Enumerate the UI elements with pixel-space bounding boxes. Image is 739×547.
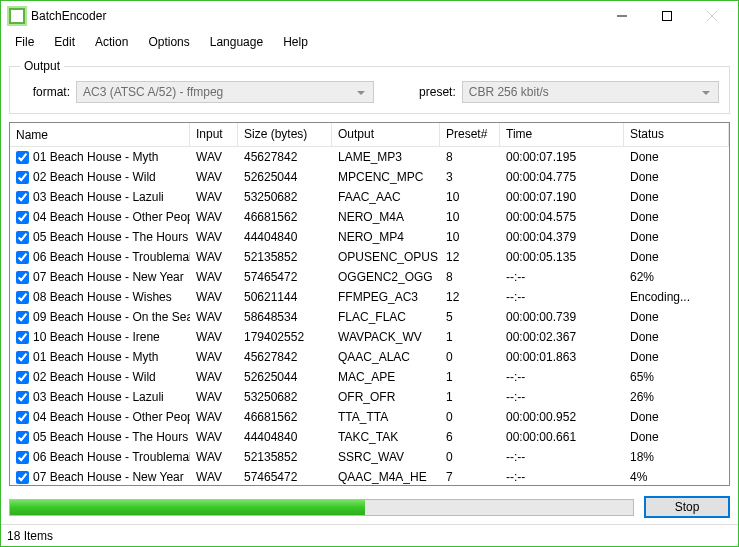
row-checkbox[interactable] xyxy=(16,151,29,164)
col-output[interactable]: Output xyxy=(332,123,440,146)
row-preset: 0 xyxy=(440,350,500,364)
menu-options[interactable]: Options xyxy=(138,33,199,51)
menu-help[interactable]: Help xyxy=(273,33,318,51)
row-preset: 3 xyxy=(440,170,500,184)
preset-combo[interactable]: CBR 256 kbit/s xyxy=(462,81,719,103)
row-output: TAKC_TAK xyxy=(332,430,440,444)
row-checkbox[interactable] xyxy=(16,171,29,184)
row-input: WAV xyxy=(190,350,238,364)
row-preset: 7 xyxy=(440,470,500,484)
row-preset: 1 xyxy=(440,370,500,384)
row-checkbox[interactable] xyxy=(16,271,29,284)
row-output: OPUSENC_OPUS xyxy=(332,250,440,264)
col-time[interactable]: Time xyxy=(500,123,624,146)
row-input: WAV xyxy=(190,170,238,184)
row-name: 01 Beach House - Myth xyxy=(33,150,158,164)
table-row[interactable]: 06 Beach House - TroublemakerWAV52135852… xyxy=(10,447,729,467)
row-status: Done xyxy=(624,250,729,264)
row-checkbox[interactable] xyxy=(16,411,29,424)
row-time: 00:00:07.195 xyxy=(500,150,624,164)
row-checkbox[interactable] xyxy=(16,431,29,444)
table-row[interactable]: 10 Beach House - IreneWAV179402552WAVPAC… xyxy=(10,327,729,347)
table-row[interactable]: 06 Beach House - TroublemakerWAV52135852… xyxy=(10,247,729,267)
row-size: 44404840 xyxy=(238,430,332,444)
row-status: Encoding... xyxy=(624,290,729,304)
minimize-button[interactable] xyxy=(599,2,644,30)
bottom-bar: Stop xyxy=(9,486,730,524)
maximize-button[interactable] xyxy=(644,2,689,30)
row-time: 00:00:00.661 xyxy=(500,430,624,444)
stop-button[interactable]: Stop xyxy=(644,496,730,518)
col-status[interactable]: Status xyxy=(624,123,729,146)
row-input: WAV xyxy=(190,250,238,264)
format-value: AC3 (ATSC A/52) - ffmpeg xyxy=(83,85,223,99)
row-checkbox[interactable] xyxy=(16,311,29,324)
col-size[interactable]: Size (bytes) xyxy=(238,123,332,146)
row-output: QAAC_M4A_HE xyxy=(332,470,440,484)
col-name[interactable]: Name xyxy=(10,123,190,146)
table-row[interactable]: 07 Beach House - New YearWAV57465472QAAC… xyxy=(10,467,729,485)
menu-edit[interactable]: Edit xyxy=(44,33,85,51)
menu-action[interactable]: Action xyxy=(85,33,138,51)
menu-language[interactable]: Language xyxy=(200,33,273,51)
table-row[interactable]: 04 Beach House - Other PeopleWAV46681562… xyxy=(10,207,729,227)
row-checkbox[interactable] xyxy=(16,211,29,224)
row-time: --:-- xyxy=(500,470,624,484)
row-preset: 0 xyxy=(440,410,500,424)
table-row[interactable]: 02 Beach House - WildWAV52625044MAC_APE1… xyxy=(10,367,729,387)
row-output: FFMPEG_AC3 xyxy=(332,290,440,304)
close-button xyxy=(689,2,734,30)
row-checkbox[interactable] xyxy=(16,331,29,344)
menu-file[interactable]: File xyxy=(5,33,44,51)
table-row[interactable]: 01 Beach House - MythWAV45627842LAME_MP3… xyxy=(10,147,729,167)
table-row[interactable]: 03 Beach House - LazuliWAV53250682OFR_OF… xyxy=(10,387,729,407)
row-output: WAVPACK_WV xyxy=(332,330,440,344)
row-checkbox[interactable] xyxy=(16,371,29,384)
row-time: 00:00:04.575 xyxy=(500,210,624,224)
row-checkbox[interactable] xyxy=(16,391,29,404)
table-header: Name Input Size (bytes) Output Preset# T… xyxy=(10,123,729,147)
row-time: 00:00:05.135 xyxy=(500,250,624,264)
output-row: format: AC3 (ATSC A/52) - ffmpeg preset:… xyxy=(20,81,719,103)
output-legend: Output xyxy=(20,59,64,73)
row-checkbox[interactable] xyxy=(16,191,29,204)
col-input[interactable]: Input xyxy=(190,123,238,146)
row-status: Done xyxy=(624,310,729,324)
row-size: 57465472 xyxy=(238,270,332,284)
table-row[interactable]: 04 Beach House - Other PeopleWAV46681562… xyxy=(10,407,729,427)
table-row[interactable]: 02 Beach House - WildWAV52625044MPCENC_M… xyxy=(10,167,729,187)
status-bar: 18 Items xyxy=(1,524,738,546)
row-input: WAV xyxy=(190,290,238,304)
row-checkbox[interactable] xyxy=(16,251,29,264)
row-time: 00:00:00.952 xyxy=(500,410,624,424)
format-combo[interactable]: AC3 (ATSC A/52) - ffmpeg xyxy=(76,81,374,103)
col-preset[interactable]: Preset# xyxy=(440,123,500,146)
row-input: WAV xyxy=(190,410,238,424)
row-status: 62% xyxy=(624,270,729,284)
table-row[interactable]: 01 Beach House - MythWAV45627842QAAC_ALA… xyxy=(10,347,729,367)
row-checkbox[interactable] xyxy=(16,351,29,364)
table-row[interactable]: 05 Beach House - The HoursWAV44404840NER… xyxy=(10,227,729,247)
row-preset: 8 xyxy=(440,270,500,284)
table-row[interactable]: 03 Beach House - LazuliWAV53250682FAAC_A… xyxy=(10,187,729,207)
row-checkbox[interactable] xyxy=(16,451,29,464)
row-output: TTA_TTA xyxy=(332,410,440,424)
row-input: WAV xyxy=(190,330,238,344)
row-status: Done xyxy=(624,430,729,444)
row-size: 58648534 xyxy=(238,310,332,324)
table-row[interactable]: 07 Beach House - New YearWAV57465472OGGE… xyxy=(10,267,729,287)
content-area: Output format: AC3 (ATSC A/52) - ffmpeg … xyxy=(1,53,738,524)
row-checkbox[interactable] xyxy=(16,291,29,304)
table-row[interactable]: 08 Beach House - WishesWAV50621144FFMPEG… xyxy=(10,287,729,307)
row-checkbox[interactable] xyxy=(16,231,29,244)
row-name: 09 Beach House - On the Sea xyxy=(33,310,190,324)
row-checkbox[interactable] xyxy=(16,471,29,484)
row-status: Done xyxy=(624,230,729,244)
row-size: 50621144 xyxy=(238,290,332,304)
row-size: 46681562 xyxy=(238,210,332,224)
table-row[interactable]: 09 Beach House - On the SeaWAV58648534FL… xyxy=(10,307,729,327)
table-row[interactable]: 05 Beach House - The HoursWAV44404840TAK… xyxy=(10,427,729,447)
row-input: WAV xyxy=(190,390,238,404)
row-size: 45627842 xyxy=(238,150,332,164)
row-size: 52135852 xyxy=(238,250,332,264)
